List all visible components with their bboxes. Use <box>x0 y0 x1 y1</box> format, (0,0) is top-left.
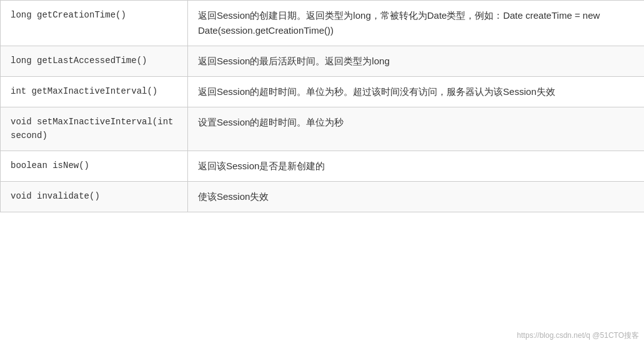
desc-cell: 返回Session的创建日期。返回类型为long，常被转化为Date类型，例如：… <box>188 1 645 46</box>
desc-cell: 返回Session的超时时间。单位为秒。超过该时间没有访问，服务器认为该Sess… <box>188 77 645 107</box>
method-cell: long getLastAccessedTime() <box>1 46 188 77</box>
desc-cell: 使该Session失效 <box>188 181 645 212</box>
method-cell: void invalidate() <box>1 181 188 212</box>
api-table: long getCreationTime()返回Session的创建日期。返回类… <box>0 0 644 212</box>
watermark: https://blog.csdn.net/q @51CTO搜客 <box>517 330 639 341</box>
method-cell: boolean isNew() <box>1 151 188 181</box>
desc-cell: 设置Session的超时时间。单位为秒 <box>188 107 645 151</box>
table-row: long getCreationTime()返回Session的创建日期。返回类… <box>1 1 645 46</box>
desc-cell: 返回该Session是否是新创建的 <box>188 151 645 181</box>
table-row: void invalidate()使该Session失效 <box>1 181 645 212</box>
method-cell: int getMaxInactiveInterval() <box>1 77 188 107</box>
desc-cell: 返回Session的最后活跃时间。返回类型为long <box>188 46 645 77</box>
method-cell: void setMaxInactiveInterval(int second) <box>1 107 188 151</box>
table-row: int getMaxInactiveInterval()返回Session的超时… <box>1 77 645 107</box>
table-container: long getCreationTime()返回Session的创建日期。返回类… <box>0 0 644 346</box>
table-row: long getLastAccessedTime()返回Session的最后活跃… <box>1 46 645 77</box>
method-cell: long getCreationTime() <box>1 1 188 46</box>
table-row: boolean isNew()返回该Session是否是新创建的 <box>1 151 645 181</box>
table-row: void setMaxInactiveInterval(int second)设… <box>1 107 645 151</box>
